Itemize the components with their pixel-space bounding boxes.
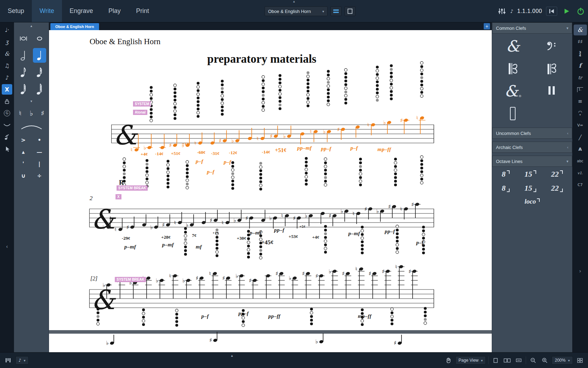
percussion-clef-button[interactable] (532, 81, 571, 102)
page-spread-icon[interactable] (503, 356, 512, 364)
section-archaic-clefs[interactable]: Archaic Clefs ‹ (492, 142, 572, 153)
grace-note-icon[interactable]: ♪ (1, 72, 13, 83)
stress-button[interactable]: | (33, 159, 46, 168)
rehearsal-mark[interactable]: R (119, 179, 124, 186)
document-tab-active[interactable]: Oboe & English Horn (50, 23, 99, 30)
svg-text:♮: ♮ (209, 270, 211, 277)
midi-keyboard-icon[interactable] (4, 356, 13, 364)
clef-tool-icon[interactable]: & (1, 48, 13, 59)
sixteenth-note-button[interactable] (33, 65, 46, 80)
rest-icon[interactable]: ʒ (1, 36, 13, 47)
octave-22-bassa-button[interactable]: 22 (551, 184, 563, 193)
alto-clef-button[interactable] (493, 58, 532, 79)
tuplet-icon[interactable]: ♫ (1, 60, 13, 71)
section-octave-lines[interactable]: Octave Lines ▾ (492, 156, 572, 167)
flow-title[interactable]: preparatory materials (207, 53, 316, 66)
collapse-right-panel-icon[interactable]: › (572, 268, 588, 274)
octave-8-alta-button[interactable]: 8 (502, 170, 510, 179)
galley-view-button[interactable] (330, 6, 342, 16)
mode-tab-engrave[interactable]: Engrave (62, 0, 101, 22)
mode-tab-write[interactable]: Write (32, 0, 62, 22)
key-signatures-panel-icon[interactable]: ♯♯ (574, 36, 587, 47)
play-button[interactable] (561, 7, 572, 16)
rhythmic-grid-select[interactable]: ♪ ▾ (15, 356, 29, 364)
text-panel-icon[interactable]: A (574, 144, 587, 155)
treble-clef-button[interactable]: & (493, 36, 532, 57)
mode-tab-setup[interactable]: Setup (0, 0, 32, 22)
grace-slash-icon[interactable] (1, 131, 13, 142)
zoom-level-select[interactable]: 200% ▾ (552, 356, 573, 364)
treble-clef-octave-button[interactable]: &o (493, 81, 532, 102)
accent-button[interactable]: > (17, 135, 30, 144)
tenuto-button[interactable]: — (33, 147, 46, 156)
octave-8-bassa-button[interactable]: 8 (502, 184, 510, 193)
dotted-note-icon[interactable]: ♩· (1, 25, 13, 35)
collapse-left-panel-icon[interactable]: ‹ (0, 243, 14, 249)
tab-clef-button[interactable] (493, 103, 532, 124)
page-view-button[interactable] (344, 6, 356, 16)
pointer-icon[interactable] (1, 143, 13, 154)
repeat-endings-panel-icon[interactable]: 1. (574, 84, 587, 95)
panel-caret-down-icon[interactable]: ▾ (30, 99, 32, 103)
tenor-clef-button[interactable] (532, 58, 571, 79)
eighth-note-button[interactable] (17, 65, 30, 80)
power-button[interactable] (576, 7, 585, 15)
playing-techniques-panel-icon[interactable]: V= (574, 120, 587, 131)
new-tab-button[interactable]: + (484, 23, 490, 29)
bass-clef-button[interactable] (532, 36, 571, 57)
octave-22-alta-button[interactable]: 22 (551, 170, 563, 179)
rewind-button[interactable] (546, 7, 557, 16)
g-pedal-icon[interactable]: G (1, 108, 13, 118)
staccato-tenuto-button[interactable]: ÷ (33, 171, 46, 180)
marcato-button[interactable]: ▴ (17, 147, 30, 156)
fit-width-icon[interactable] (514, 356, 523, 364)
score-canvas[interactable]: &♮♭♯♭♮♯♭♮♯♭♮♭♯♮♭♯♮&♭♮♯♭♯♮♭♯♮♭♯♭♮♯♭♯♭♮♯♭♯… (49, 30, 492, 352)
view-type-select[interactable]: Page View ▾ (455, 356, 486, 364)
staccatissimo-button[interactable]: ' (17, 159, 30, 168)
whole-note-button[interactable] (33, 31, 46, 46)
slur-button[interactable] (17, 123, 46, 132)
chord-symbols-panel-icon[interactable]: C7 (574, 179, 587, 190)
zoom-out-icon[interactable] (528, 356, 538, 364)
unstress-button[interactable]: ∪ (17, 171, 30, 180)
score-page[interactable]: &♮♭♯♭♮♯♭♮♯♭♮♭♯♮♭♯♮&♭♮♯♭♯♮♭♯♮♭♯♭♮♯♭♯♭♮♯♭♯… (49, 30, 492, 352)
holds-pauses-panel-icon[interactable]: ◠• (574, 108, 587, 119)
staccato-button[interactable]: • (33, 135, 46, 144)
half-note-button[interactable] (17, 48, 30, 63)
tie-icon[interactable] (1, 120, 13, 130)
section-uncommon-clefs[interactable]: Uncommon Clefs ‹ (492, 128, 572, 139)
octave-15-alta-button[interactable]: 15 (525, 170, 536, 179)
zoom-in-icon[interactable] (540, 356, 549, 364)
sharp-button[interactable]: ♯ (38, 108, 48, 118)
sixtyfourth-note-button[interactable] (33, 82, 46, 96)
x-notehead-icon[interactable]: X (2, 84, 12, 95)
mixer-icon[interactable] (497, 7, 506, 15)
single-page-icon[interactable] (491, 356, 500, 364)
flat-button[interactable]: ♭ (27, 108, 36, 118)
loco-button[interactable]: loco (525, 198, 540, 205)
svg-text:♭: ♭ (103, 224, 105, 231)
breve-button[interactable] (17, 31, 30, 46)
ornaments-panel-icon[interactable]: tr (574, 72, 587, 83)
time-signatures-panel-icon[interactable]: 34 (574, 48, 587, 59)
dynamics-panel-icon[interactable]: f (574, 60, 587, 71)
clefs-panel-icon[interactable]: & (574, 25, 587, 35)
section-common-clefs[interactable]: Common Clefs ▾ (492, 22, 572, 34)
mode-tab-play[interactable]: Play (101, 0, 128, 22)
lock-icon[interactable] (1, 96, 13, 107)
natural-button[interactable]: ♮ (15, 108, 25, 118)
layout-title[interactable]: Oboe & English Horn (90, 37, 161, 46)
cues-panel-icon[interactable]: v1. (574, 168, 587, 178)
octave-15-bassa-button[interactable]: 15 (525, 184, 536, 193)
hand-tool-icon[interactable] (444, 356, 453, 364)
panel-caret-up-icon[interactable]: ▴ (30, 24, 32, 28)
mode-tab-print[interactable]: Print (128, 0, 157, 22)
thirtysecond-note-button[interactable] (17, 82, 30, 96)
quarter-note-button[interactable] (33, 48, 46, 63)
lines-panel-icon[interactable]: ╱ (574, 132, 587, 143)
layout-select[interactable]: Oboe & English Horn ▾ (265, 6, 328, 16)
bars-barlines-panel-icon[interactable]: ≡ (574, 96, 587, 107)
lyrics-panel-icon[interactable]: abc (574, 156, 587, 166)
pages-grid-icon[interactable] (575, 356, 584, 364)
expand-bottom-panel-caret[interactable]: ▴ (231, 353, 233, 358)
